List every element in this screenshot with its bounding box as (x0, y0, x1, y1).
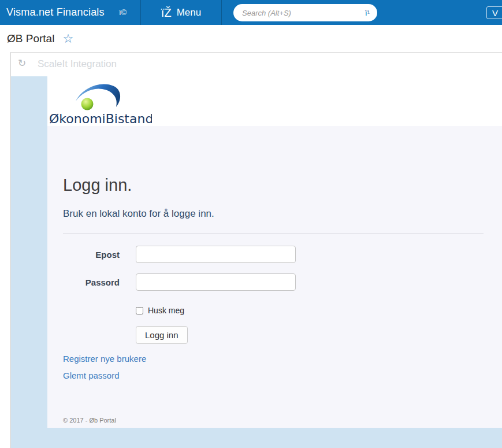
login-subtitle: Bruk en lokal konto for å logge inn. (63, 208, 502, 220)
search-box: ï¹ (233, 4, 377, 21)
logo-header: ØkonomiBistand (47, 76, 502, 126)
app-title[interactable]: Visma.net Financials (6, 0, 105, 25)
search-input[interactable] (233, 9, 365, 17)
menu-button[interactable]: ïŽ Menu (141, 0, 221, 25)
email-field[interactable] (136, 246, 296, 263)
user-menu-button[interactable]: V (486, 6, 502, 19)
search-shortcut-icon[interactable]: ï¹ (365, 9, 377, 17)
login-content: Logg inn. Bruk en lokal konto for å logg… (47, 126, 502, 428)
tab-title: ScaleIt Integration (38, 58, 117, 70)
email-row: Epost (63, 246, 502, 263)
user-menu-label: V (492, 8, 498, 18)
password-label: Passord (63, 277, 120, 287)
remember-label[interactable]: Husk meg (148, 306, 184, 315)
divider (63, 233, 484, 234)
menu-icon: ïŽ (161, 7, 172, 18)
logo-text: ØkonomiBistand (49, 112, 152, 126)
login-card: ØkonomiBistand Logg inn. Bruk en lokal k… (47, 76, 502, 428)
password-field[interactable] (136, 273, 296, 291)
top-bar: Visma.net Financials ï© ïŽ Menu ï¹ V (0, 0, 502, 25)
okonomibistand-logo: ØkonomiBistand (48, 78, 152, 126)
portal-bar: ØB Portal ☆ (0, 25, 502, 52)
embedded-page: ØkonomiBistand Logg inn. Bruk en lokal k… (11, 76, 502, 448)
remember-checkbox[interactable] (136, 307, 143, 314)
register-link[interactable]: Registrer nye brukere (63, 354, 146, 364)
refresh-icon[interactable]: ↻ (18, 58, 26, 68)
tab-bar: ↻ ScaleIt Integration (11, 53, 502, 76)
forgot-password-link[interactable]: Glemt passord (63, 371, 120, 380)
email-label: Epost (63, 250, 120, 260)
logo-ball-icon (81, 98, 94, 110)
info-icon[interactable]: ï© (119, 0, 127, 25)
menu-label: Menu (177, 7, 202, 18)
password-row: Passord (63, 273, 502, 291)
content-panel: ↻ ScaleIt Integration (10, 52, 502, 448)
copyright: © 2017 - Øb Portal (63, 417, 502, 424)
remember-row: Husk meg (136, 306, 502, 315)
page-title: Logg inn. (63, 126, 502, 195)
favorite-star-icon[interactable]: ☆ (62, 32, 73, 45)
portal-title: ØB Portal (7, 32, 54, 45)
login-button[interactable]: Logg inn (136, 326, 188, 344)
topbar-divider (221, 0, 222, 25)
